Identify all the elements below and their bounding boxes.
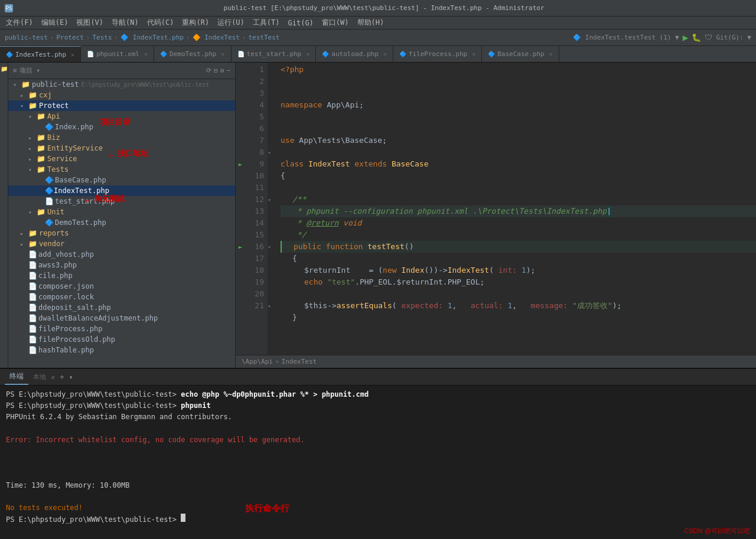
left-icon-folder[interactable]: 📁	[1, 65, 7, 72]
file-icon-hashtable: 📄	[28, 346, 37, 354]
tree-item-fileprocessold[interactable]: ▸ 📄 fileProcessOld.php	[8, 334, 235, 345]
tab-demotest[interactable]: 🔷 DemoTest.php ✕	[154, 46, 232, 62]
code-content[interactable]: <?php namespace App\Api; use App\Tests\B…	[276, 63, 756, 355]
tab-close-autoload[interactable]: ✕	[383, 51, 387, 57]
tab-indextest[interactable]: 🔷 IndexTest.php ✕	[0, 46, 81, 62]
sidebar-layout-icon[interactable]: ⊟	[214, 67, 218, 74]
tab-icon-demotest: 🔷	[160, 51, 167, 57]
code-line-10: {	[281, 170, 756, 182]
terminal-cmd-1: echo @php %~dp0phpunit.phar %* > phpunit…	[181, 390, 369, 398]
tree-item-composer-json[interactable]: ▸ 📄 composer.json	[8, 281, 235, 292]
marker-4	[236, 99, 245, 111]
tree-item-add-vhost[interactable]: ▸ 📄 add_vhost.php	[8, 249, 235, 260]
tree-label-unit: Unit	[47, 208, 64, 216]
menu-nav[interactable]: 导航(N)	[108, 17, 142, 29]
tree-item-dwallet[interactable]: ▸ 📄 dwalletBalanceAdjustment.php	[8, 313, 235, 324]
tab-label-demotest: DemoTest.php	[170, 50, 216, 58]
ln-13: 13	[249, 205, 264, 217]
nav-protect[interactable]: Protect	[56, 34, 83, 41]
tree-label-awss3: awss3.php	[38, 261, 77, 269]
menu-view[interactable]: 视图(V)	[73, 17, 107, 29]
tab-label-basecase: BaseCase.php	[497, 50, 544, 58]
ln-6: 6	[249, 123, 264, 135]
terminal-add-tab[interactable]: +	[60, 373, 64, 381]
tab-close-basecase[interactable]: ✕	[549, 51, 553, 57]
run-marker-8[interactable]: ►	[236, 158, 245, 170]
tree-item-cile[interactable]: ▸ 📄 cile.php	[8, 270, 235, 281]
run-button[interactable]: ▶	[683, 32, 689, 43]
nav-bar: public-test › Protect › Tests › 🔷 IndexT…	[0, 30, 756, 46]
terminal-line-7	[6, 457, 750, 468]
tree-item-index-php[interactable]: ▸ 🔷 Index.php	[8, 122, 235, 132]
debug-button[interactable]: 🐛	[692, 33, 701, 42]
tab-close-fileprocess[interactable]: ✕	[472, 51, 475, 57]
folder-icon-tests: 📁	[37, 165, 45, 174]
fold-12[interactable]: ▾	[268, 194, 276, 205]
tab-close-indextest[interactable]: ✕	[71, 51, 74, 58]
menu-tools[interactable]: 工具(T)	[249, 17, 284, 29]
tab-close-teststart[interactable]: ✕	[306, 51, 309, 57]
tree-item-public-test[interactable]: ▾ 📁 public-test E:\phpstudy_pro\WWW\test…	[8, 79, 235, 90]
menu-window[interactable]: 窗口(W)	[318, 17, 353, 29]
tab-close-demotest[interactable]: ✕	[221, 51, 225, 57]
tree-item-protect[interactable]: ▾ 📁 Protect	[8, 100, 235, 111]
menu-run[interactable]: 运行(U)	[214, 17, 248, 29]
tree-label-hashtable: hashTable.php	[38, 346, 94, 354]
tree-item-indextest-php[interactable]: ▸ 🔷 IndexTest.php	[8, 185, 235, 196]
sidebar-settings-icon[interactable]: ⚙	[220, 67, 224, 74]
tree-item-reports[interactable]: ▸ 📁 reports	[8, 228, 235, 239]
tree-item-entityservice[interactable]: ▸ 📁 EntityService	[8, 143, 235, 153]
tab-autoload[interactable]: 🔷 autoload.php ✕	[316, 46, 393, 62]
nav-indextest-class[interactable]: 🔶 IndexTest	[193, 34, 240, 41]
tree-item-biz[interactable]: ▸ 📁 Biz	[8, 132, 235, 143]
menu-edit[interactable]: 编辑(E)	[38, 17, 72, 29]
tree-item-ddeposit[interactable]: ▸ 📄 ddeposit_salt.php	[8, 302, 235, 313]
nav-indextest-php[interactable]: 🔷 IndexTest.php	[120, 34, 184, 41]
ln-5: 5	[249, 111, 264, 123]
terminal-tab-close[interactable]: ✕	[51, 373, 55, 381]
tree-item-demotest-php[interactable]: ▸ 🔷 DemoTest.php	[8, 217, 235, 228]
tree-item-fileprocess[interactable]: ▸ 📄 fileProcess.php	[8, 324, 235, 334]
sidebar-sync-icon[interactable]: ⟳	[206, 67, 211, 74]
tab-basecase[interactable]: 🔷 BaseCase.php ✕	[482, 46, 559, 62]
tree-item-hashtable[interactable]: ▸ 📄 hashTable.php	[8, 345, 235, 355]
nav-tests[interactable]: Tests	[92, 34, 112, 41]
menu-refactor[interactable]: 重构(R)	[178, 17, 213, 29]
menu-help[interactable]: 帮助(H)	[354, 17, 388, 29]
ln-14: 14	[249, 217, 264, 229]
tree-item-vendor[interactable]: ▸ 📁 vendor	[8, 239, 235, 249]
menu-git[interactable]: Git(G)	[285, 18, 317, 28]
sidebar-close-icon[interactable]: −	[226, 67, 230, 74]
ln-19: 19	[249, 276, 264, 288]
code-line-4: namespace App\Api;	[281, 99, 756, 111]
tab-close-phpunit[interactable]: ✕	[144, 51, 148, 57]
file-icon-composer-lock: 📄	[28, 293, 37, 301]
tree-item-tests[interactable]: ▾ 📁 Tests	[8, 164, 235, 175]
tree-item-composer-lock[interactable]: ▸ 📄 composer.lock	[8, 292, 235, 302]
fold-8[interactable]: ▾	[268, 146, 276, 158]
run-marker-15[interactable]: ►	[236, 241, 245, 253]
tree-item-unit[interactable]: ▾ 📁 Unit	[8, 207, 235, 217]
tree-item-teststart-php[interactable]: ▸ 📄 test_start.php	[8, 196, 235, 207]
tab-phpunit[interactable]: 📄 phpunit.xml ✕	[81, 46, 154, 62]
tree-item-cxj[interactable]: ▸ 📁 cxj	[8, 90, 235, 100]
menu-file[interactable]: 文件(F)	[2, 17, 37, 29]
cover-button[interactable]: 🛡	[705, 33, 712, 42]
nav-testtest[interactable]: testTest	[248, 34, 279, 41]
tab-fileprocess[interactable]: 🔷 fileProcess.php ✕	[393, 46, 482, 62]
tree-item-service[interactable]: ▸ 📁 Service	[8, 153, 235, 164]
tab-icon-phpunit: 📄	[87, 51, 94, 57]
terminal-chevron-down[interactable]: ▾	[69, 373, 73, 381]
tree-item-awss3[interactable]: ▸ 📄 awss3.php	[8, 260, 235, 270]
fold-21[interactable]: ▾	[268, 300, 276, 312]
terminal-tab-label[interactable]: 终端	[5, 369, 28, 385]
nav-public-test[interactable]: public-test	[5, 34, 48, 41]
terminal-line-5: Error: Incorrect whitelist config, no co…	[6, 435, 750, 446]
tree-item-basecase[interactable]: ▸ 🔷 BaseCase.php	[8, 175, 235, 185]
tree-item-api[interactable]: ▾ 📁 Api	[8, 111, 235, 122]
menu-code[interactable]: 代码(C)	[144, 17, 178, 29]
tree-label-basecase: BaseCase.php	[55, 176, 106, 184]
tab-teststart[interactable]: 📄 test_start.php ✕	[232, 46, 317, 62]
fold-16[interactable]: ▾	[268, 241, 276, 253]
fi-18	[268, 264, 276, 276]
